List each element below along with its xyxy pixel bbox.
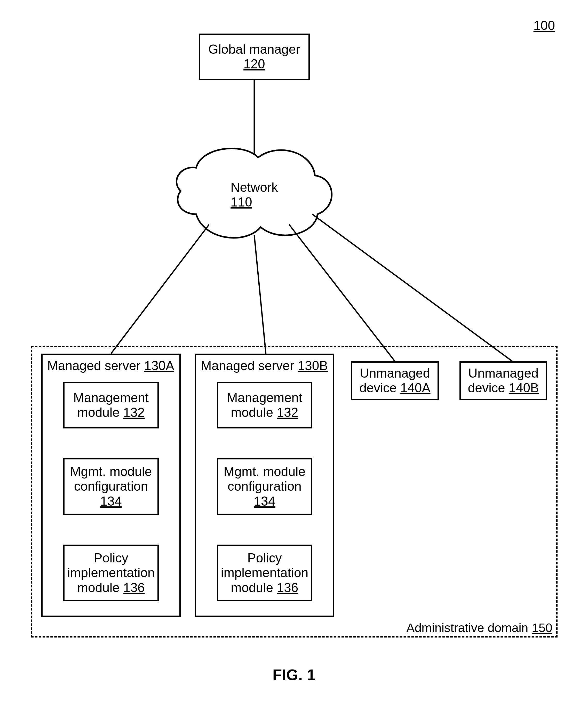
unmanaged-b-ref: 140B bbox=[509, 381, 539, 395]
server-b-policy-l2: implementation bbox=[221, 566, 308, 580]
server-b-policy-l1: Policy bbox=[247, 551, 281, 565]
managed-server-b: Managed server 130B Management module 13… bbox=[195, 354, 334, 617]
global-manager-box: Global manager 120 bbox=[199, 34, 310, 80]
managed-server-a-title: Managed server bbox=[47, 358, 141, 373]
unmanaged-a-l1: Unmanaged bbox=[360, 366, 430, 380]
server-a-policy-l1: Policy bbox=[94, 551, 128, 565]
unmanaged-a-l2p: device bbox=[359, 381, 397, 395]
svg-line-2 bbox=[254, 235, 266, 354]
global-manager-ref: 120 bbox=[244, 57, 265, 71]
server-a-config-l2: configuration bbox=[74, 479, 148, 493]
server-b-mgmt-l1: Management bbox=[227, 391, 302, 405]
server-a-policy-ref: 136 bbox=[123, 581, 145, 595]
server-a-mgmt-ref: 132 bbox=[123, 405, 145, 420]
network-label-group: Network 110 bbox=[212, 175, 297, 214]
global-manager-label: Global manager bbox=[208, 42, 300, 57]
server-a-config-ref: 134 bbox=[100, 494, 122, 508]
server-a-policy-module: Policy implementation module 136 bbox=[63, 545, 159, 602]
server-b-config-l1: Mgmt. module bbox=[224, 464, 306, 479]
administrative-domain-label-group: Administrative domain 150 bbox=[382, 621, 552, 635]
server-b-management-module: Management module 132 bbox=[217, 382, 312, 428]
network-ref: 110 bbox=[231, 195, 252, 209]
server-a-config-l1: Mgmt. module bbox=[70, 464, 152, 479]
unmanaged-b-l2p: device bbox=[468, 381, 505, 395]
server-a-config-module: Mgmt. module configuration 134 bbox=[63, 458, 159, 515]
svg-line-1 bbox=[111, 225, 209, 354]
administrative-domain-ref: 150 bbox=[532, 621, 552, 635]
server-b-mgmt-l2p: module bbox=[231, 405, 273, 420]
managed-server-b-ref: 130B bbox=[298, 358, 328, 373]
server-a-management-module: Management module 132 bbox=[63, 382, 159, 428]
figure-title: FIG. 1 bbox=[0, 666, 588, 684]
server-a-policy-l3p: module bbox=[77, 581, 120, 595]
server-b-config-module: Mgmt. module configuration 134 bbox=[217, 458, 312, 515]
figure-reference-number: 100 bbox=[514, 18, 555, 33]
server-b-policy-ref: 136 bbox=[277, 581, 298, 595]
server-b-mgmt-ref: 132 bbox=[277, 405, 298, 420]
server-a-mgmt-l2p: module bbox=[77, 405, 120, 420]
managed-server-a: Managed server 130A Management module 13… bbox=[41, 354, 181, 617]
network-label: Network bbox=[231, 180, 278, 195]
unmanaged-device-b: Unmanaged device 140B bbox=[459, 361, 547, 400]
server-b-config-l2: configuration bbox=[228, 479, 301, 493]
svg-line-3 bbox=[289, 225, 395, 361]
administrative-domain-label: Administrative domain bbox=[406, 621, 528, 635]
unmanaged-device-a: Unmanaged device 140A bbox=[351, 361, 439, 400]
unmanaged-a-ref: 140A bbox=[400, 381, 430, 395]
unmanaged-b-l1: Unmanaged bbox=[468, 366, 539, 380]
server-b-policy-module: Policy implementation module 136 bbox=[217, 545, 312, 602]
managed-server-b-title: Managed server bbox=[201, 358, 294, 373]
server-b-config-ref: 134 bbox=[254, 494, 275, 508]
managed-server-a-ref: 130A bbox=[144, 358, 174, 373]
server-a-policy-l2: implementation bbox=[67, 566, 154, 580]
server-b-policy-l3p: module bbox=[231, 581, 273, 595]
svg-line-4 bbox=[312, 214, 512, 361]
server-a-mgmt-l1: Management bbox=[73, 391, 149, 405]
